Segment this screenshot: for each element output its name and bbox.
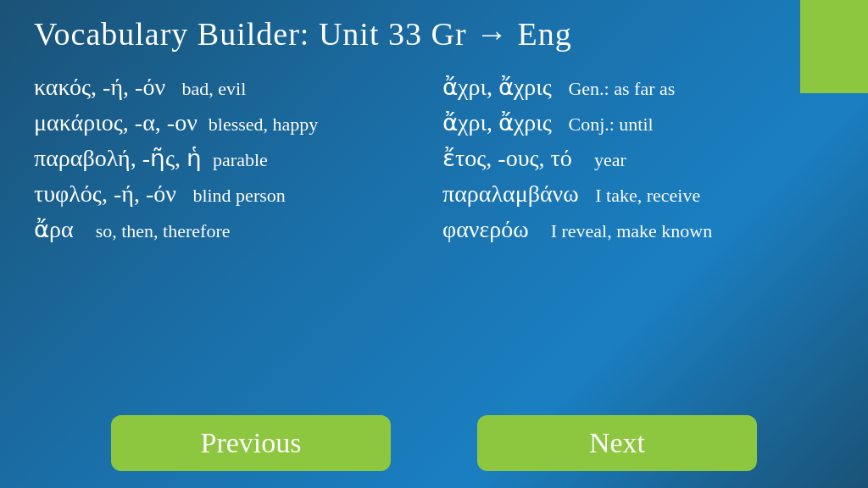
previous-button[interactable]: Previous <box>111 415 391 471</box>
greek-term: παραβολή, -ῆς, ἡ <box>34 145 202 171</box>
greek-term: κακός, -ή, -όν <box>34 74 165 100</box>
greek-term: μακάριος, -α, -ον <box>34 109 198 136</box>
english-definition: blind person <box>192 185 285 206</box>
list-item: φανερόω I reveal, make known <box>442 212 834 247</box>
list-item: κακός, -ή, -όν bad, evil <box>34 69 426 105</box>
english-definition: bad, evil <box>182 78 247 99</box>
list-item: ἔτος, -ους, τό year <box>442 141 834 176</box>
english-definition: year <box>594 149 626 170</box>
page-title: Vocabulary Builder: Unit 33 Gr → Eng <box>0 0 868 61</box>
english-definition: blessed, happy <box>209 114 319 135</box>
list-item: μακάριος, -α, -ον blessed, happy <box>34 105 426 141</box>
list-item: ἄχρι, ἄχρις Gen.: as far as <box>442 69 834 105</box>
list-item: ἄρα so, then, therefore <box>34 212 426 247</box>
greek-term: ἄρα <box>34 216 74 242</box>
english-definition: parable <box>213 149 268 170</box>
greek-term: τυφλός, -ή, -όν <box>34 180 176 207</box>
greek-term: ἄχρι, ἄχρις <box>442 74 552 100</box>
english-definition: I reveal, make known <box>551 220 713 241</box>
english-definition: Gen.: as far as <box>568 78 675 99</box>
list-item: ἄχρι, ἄχρις Conj.: until <box>442 105 834 141</box>
navigation-buttons: Previous Next <box>0 415 868 471</box>
english-definition: so, then, therefore <box>96 220 231 241</box>
english-definition: I take, receive <box>595 185 700 206</box>
header-title: Vocabulary Builder: Unit 33 Gr → Eng <box>34 16 572 52</box>
vocab-content: κακός, -ή, -όν bad, evil μακάριος, -α, -… <box>0 61 868 247</box>
corner-accent <box>800 0 868 93</box>
english-definition: Conj.: until <box>568 114 653 135</box>
greek-term: ἔτος, -ους, τό <box>442 145 572 171</box>
list-item: παραλαμβάνω I take, receive <box>442 176 834 212</box>
greek-term: παραλαμβάνω <box>442 180 579 207</box>
greek-term: φανερόω <box>442 216 529 242</box>
left-column: κακός, -ή, -όν bad, evil μακάριος, -α, -… <box>34 69 426 247</box>
list-item: παραβολή, -ῆς, ἡ parable <box>34 141 426 176</box>
list-item: τυφλός, -ή, -όν blind person <box>34 176 426 212</box>
next-button[interactable]: Next <box>477 415 757 471</box>
right-column: ἄχρι, ἄχρις Gen.: as far as ἄχρι, ἄχρις … <box>442 69 834 247</box>
greek-term: ἄχρι, ἄχρις <box>442 109 552 136</box>
